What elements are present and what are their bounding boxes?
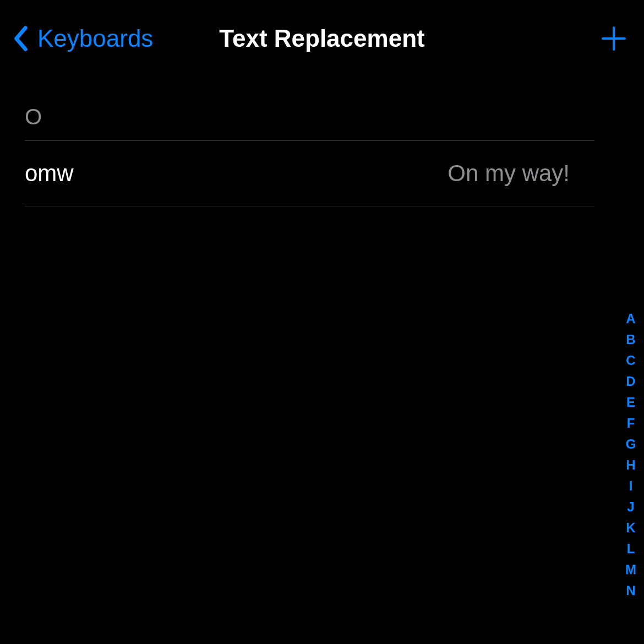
page-title: Text Replacement — [219, 25, 424, 52]
text-replacement-row[interactable]: omw On my way! — [25, 141, 594, 206]
index-letter-n[interactable]: N — [624, 580, 637, 601]
index-letter-c[interactable]: C — [624, 350, 637, 371]
phrase-text: On my way! — [447, 160, 570, 187]
index-letter-k[interactable]: K — [624, 517, 637, 538]
index-letter-i[interactable]: I — [624, 476, 637, 496]
alphabet-index[interactable]: A B C D E F G H I J K L M N — [624, 308, 637, 601]
index-letter-g[interactable]: G — [624, 434, 637, 455]
index-letter-d[interactable]: D — [624, 371, 637, 392]
index-letter-e[interactable]: E — [624, 392, 637, 413]
content-area: O omw On my way! — [0, 105, 644, 206]
navigation-bar: Keyboards Text Replacement — [0, 0, 644, 66]
index-letter-m[interactable]: M — [624, 559, 637, 580]
index-letter-j[interactable]: J — [624, 496, 637, 517]
plus-icon — [600, 25, 627, 52]
section-header: O — [25, 105, 594, 141]
back-label: Keyboards — [37, 25, 153, 52]
chevron-left-icon — [11, 25, 31, 52]
index-letter-f[interactable]: F — [624, 413, 637, 434]
add-button[interactable] — [600, 25, 627, 52]
shortcut-text: omw — [25, 160, 74, 187]
index-letter-h[interactable]: H — [624, 455, 637, 476]
index-letter-l[interactable]: L — [624, 538, 637, 559]
index-letter-b[interactable]: B — [624, 329, 637, 350]
back-button[interactable]: Keyboards — [11, 25, 153, 52]
index-letter-a[interactable]: A — [624, 308, 637, 329]
